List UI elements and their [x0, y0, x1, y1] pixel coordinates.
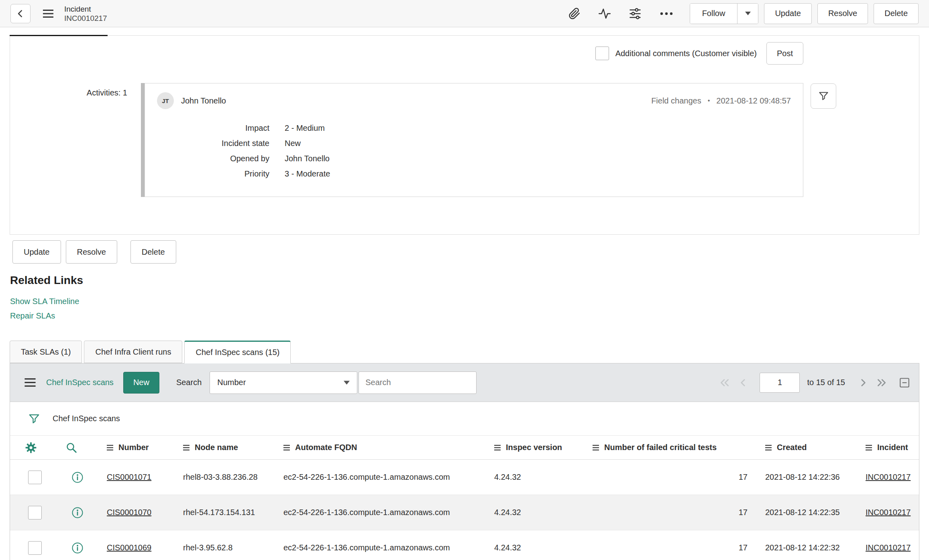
collapse-list-button[interactable]	[899, 377, 910, 388]
additional-comments-row: Additional comments (Customer visible) P…	[595, 42, 803, 65]
back-button[interactable]	[10, 4, 31, 23]
record-preview-button[interactable]	[71, 471, 93, 483]
record-number-label: INC0010217	[64, 14, 107, 23]
delete-button[interactable]: Delete	[130, 240, 176, 264]
list-title[interactable]: Chef InSpec scans	[46, 378, 114, 387]
node-name-cell: rhel-54.173.154.131	[173, 508, 274, 517]
incident-link[interactable]: INC0010217	[866, 473, 911, 481]
previous-page-button[interactable]	[737, 377, 749, 388]
failed-critical-tests-cell: 17	[583, 473, 756, 482]
record-preview-button[interactable]	[71, 542, 93, 554]
search-icon	[65, 442, 77, 454]
column-header-automate-fqdn[interactable]: Automate FQDN	[274, 443, 485, 452]
column-menu-icon	[107, 445, 114, 450]
row-checkbox[interactable]	[28, 541, 42, 555]
attachment-button[interactable]	[568, 8, 581, 20]
column-search-button[interactable]	[65, 442, 93, 454]
info-icon	[71, 507, 84, 519]
chef-inspec-scans-list: Chef InSpec scans New Search Number to 1…	[10, 363, 919, 560]
field-change-value: John Tonello	[285, 151, 330, 166]
activity-stream-button[interactable]	[598, 8, 611, 20]
info-icon	[71, 542, 84, 554]
next-page-button[interactable]	[857, 377, 869, 388]
column-header-failed-critical-tests[interactable]: Number of failed critical tests	[583, 443, 756, 452]
context-menu-button[interactable]	[43, 9, 54, 18]
column-menu-icon	[593, 445, 600, 450]
new-record-button[interactable]: New	[123, 372, 159, 394]
gear-icon	[24, 441, 37, 454]
field-change-label: Incident state	[157, 136, 269, 151]
inspec-version-cell: 4.24.32	[485, 543, 583, 552]
list-column-header-row: Number Node name Automate FQDN Inspec ve…	[10, 436, 919, 460]
record-preview-button[interactable]	[71, 507, 93, 519]
activities-count-label: Activities: 1	[10, 88, 127, 97]
column-header-incident[interactable]: Incident	[856, 443, 919, 452]
list-search-input[interactable]	[359, 371, 477, 394]
field-change-label: Impact	[157, 120, 269, 136]
avatar: JT	[157, 92, 174, 109]
related-links-heading: Related Links	[10, 274, 929, 287]
info-icon	[71, 471, 84, 483]
customer-visible-checkbox[interactable]	[595, 47, 609, 60]
show-sla-timeline-link[interactable]: Show SLA Timeline	[10, 294, 929, 308]
page-number-input[interactable]	[760, 373, 800, 393]
created-cell: 2021-08-12 14:22:36	[756, 473, 856, 482]
column-header-number[interactable]: Number	[93, 443, 173, 452]
update-button-header[interactable]: Update	[764, 3, 812, 24]
incident-link[interactable]: INC0010217	[866, 543, 911, 552]
resolve-button[interactable]: Resolve	[66, 240, 117, 264]
follow-dropdown-button[interactable]	[737, 4, 758, 24]
repair-slas-link[interactable]: Repair SLAs	[10, 308, 929, 323]
tab-chef-infra-client-runs[interactable]: Chef Infra Client runs	[84, 341, 182, 363]
column-label: Node name	[195, 443, 238, 452]
more-options-button[interactable]	[659, 12, 674, 16]
incident-link[interactable]: INC0010217	[866, 508, 911, 517]
follow-button[interactable]: Follow	[690, 4, 737, 24]
field-change-row: Opened by John Tonello	[157, 151, 791, 166]
update-button[interactable]: Update	[12, 240, 61, 264]
delete-button-header[interactable]: Delete	[874, 3, 919, 24]
column-menu-icon	[183, 445, 190, 450]
column-label: Number	[118, 443, 149, 452]
tab-chef-inspec-scans[interactable]: Chef InSpec scans (15)	[184, 341, 291, 363]
sliders-icon	[629, 8, 642, 20]
field-change-label: Priority	[157, 166, 269, 181]
page-range-label: to 15 of 15	[807, 378, 845, 387]
activity-entry: JT John Tonello Field changes • 2021-08-…	[145, 83, 803, 197]
activity-filter-button[interactable]	[811, 83, 836, 109]
row-checkbox[interactable]	[28, 506, 42, 519]
personalize-list-button[interactable]	[24, 441, 48, 454]
column-header-inspec-version[interactable]: Inspec version	[485, 443, 583, 452]
hamburger-icon	[43, 9, 54, 18]
list-filter-button[interactable]	[28, 413, 41, 425]
table-row: CIS0001069 rhel-3.95.62.8 ec2-54-226-1-1…	[10, 530, 919, 560]
row-checkbox[interactable]	[28, 471, 42, 484]
column-header-created[interactable]: Created	[756, 443, 856, 452]
scan-number-link[interactable]: CIS0001069	[107, 543, 151, 552]
search-field-select[interactable]: Number	[210, 371, 357, 394]
first-page-button[interactable]	[719, 377, 731, 388]
list-context-menu-button[interactable]	[19, 378, 41, 387]
field-changes-list: Impact 2 - Medium Incident state New Ope…	[157, 120, 791, 181]
column-label: Created	[777, 443, 807, 452]
resolve-button-header[interactable]: Resolve	[817, 3, 868, 24]
column-header-node-name[interactable]: Node name	[173, 443, 274, 452]
chevrons-left-icon	[719, 377, 731, 388]
field-change-value: 3 - Moderate	[285, 166, 330, 181]
header-icon-group	[568, 8, 674, 20]
chevron-right-icon	[857, 377, 869, 388]
form-action-bar: Update Resolve Delete	[12, 240, 929, 264]
personalize-form-button[interactable]	[629, 8, 642, 20]
tab-task-slas[interactable]: Task SLAs (1)	[10, 341, 82, 363]
scan-number-link[interactable]: CIS0001070	[107, 508, 151, 517]
activity-stream: JT John Tonello Field changes • 2021-08-…	[141, 83, 803, 197]
breadcrumb[interactable]: Chef InSpec scans	[53, 414, 120, 423]
table-row: CIS0001071 rhel8-03-3.88.236.28 ec2-54-2…	[10, 460, 919, 495]
scan-number-link[interactable]: CIS0001071	[107, 473, 151, 481]
post-button[interactable]: Post	[766, 42, 803, 65]
more-dots-icon	[659, 12, 674, 16]
last-page-button[interactable]	[876, 377, 888, 388]
chevrons-right-icon	[876, 377, 888, 388]
activity-author: John Tonello	[181, 96, 226, 106]
automate-fqdn-cell: ec2-54-226-1-136.compute-1.amazonaws.com	[274, 543, 485, 552]
